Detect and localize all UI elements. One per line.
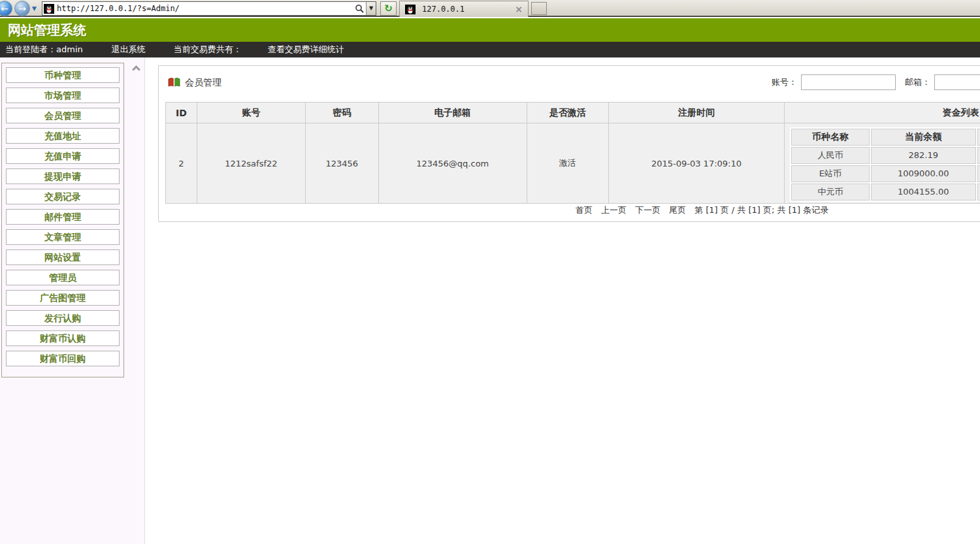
site-header: 网站管理系统 [0, 18, 980, 42]
sidebar-item-administrators[interactable]: 管理员 [6, 270, 120, 285]
history-dropdown-icon[interactable]: ▼ [32, 5, 37, 12]
site-favicon [44, 4, 54, 14]
col-header-funds: 资金列表 [785, 103, 980, 123]
cell-password: 123456 [305, 123, 378, 204]
cell-active: 激活 [527, 123, 608, 204]
funds-extra [977, 165, 980, 182]
tab-close-icon[interactable]: × [515, 4, 523, 14]
funds-extra [977, 147, 980, 164]
funds-currency: E站币 [791, 165, 869, 182]
funds-col-extra [977, 129, 980, 146]
tab-favicon [405, 5, 416, 14]
funds-currency: 人民币 [791, 147, 869, 164]
page-body: 币种管理 市场管理 会员管理 充值地址 充值申请 提现申请 交易记录 邮件管理 … [0, 57, 980, 544]
pagination-next[interactable]: 下一页 [635, 204, 661, 216]
url-dropdown-button[interactable]: ▼ [366, 2, 376, 15]
cell-id: 2 [166, 123, 197, 204]
logout-link[interactable]: 退出系统 [112, 44, 146, 56]
funds-row: 人民币 282.19 [791, 147, 980, 164]
pagination-last[interactable]: 尾页 [669, 204, 686, 216]
funds-row: 中元币 1004155.00 [791, 184, 980, 200]
panel-title-row: 会员管理 账号： 邮箱： [159, 66, 980, 100]
col-header-active: 是否激活 [527, 103, 608, 123]
member-row: 2 1212safsf22 123456 123456@qq.com 激活 20… [166, 123, 980, 204]
pagination-summary: 第 [1] 页 / 共 [1] 页; 共 [1] 条记录 [694, 204, 828, 216]
address-bar[interactable]: ▼ [42, 1, 376, 16]
page-title: 网站管理系统 [0, 18, 980, 42]
tab-title: 127.0.0.1 [422, 5, 515, 14]
browser-chrome: ← → ▼ ▼ ↻ [0, 0, 980, 17]
cell-email: 123456@qq.com [378, 123, 527, 204]
browser-window: ← → ▼ ▼ ↻ [0, 0, 980, 544]
col-header-regtime: 注册时间 [608, 103, 785, 123]
book-icon [168, 77, 180, 88]
sidebar-item-market-mgmt[interactable]: 市场管理 [6, 88, 120, 103]
sidebar-item-banner-mgmt[interactable]: 广告图管理 [6, 290, 120, 306]
members-table: ID 账号 密码 电子邮箱 是否激活 注册时间 资金列表 2 1212safsf… [165, 102, 980, 204]
sidebar-item-site-settings[interactable]: 网站设置 [6, 249, 120, 265]
funds-balance: 1004155.00 [871, 184, 976, 200]
sidebar-item-mail-mgmt[interactable]: 邮件管理 [6, 209, 120, 225]
fee-total-label: 当前交易费共有： [174, 44, 242, 56]
forward-button[interactable]: → [14, 1, 30, 16]
url-input[interactable] [57, 4, 354, 13]
browser-tab[interactable]: 127.0.0.1 × [399, 1, 529, 17]
account-filter-label: 账号： [772, 76, 797, 88]
filter-bar: 账号： 邮箱： [772, 74, 980, 90]
cell-account: 1212safsf22 [197, 123, 305, 204]
forward-arrow-icon: → [18, 3, 26, 14]
account-filter-input[interactable] [801, 74, 896, 90]
sidebar-item-member-mgmt[interactable]: 会员管理 [6, 108, 120, 123]
col-header-email: 电子邮箱 [378, 103, 527, 123]
cell-funds: 币种名称 当前余额 人民币 282.19 E [785, 123, 980, 204]
funds-balance: 1009000.00 [871, 165, 976, 182]
pagination: 首页 上一页 下一页 尾页 第 [1] 页 / 共 [1] 页; 共 [1] 条… [576, 204, 828, 216]
funds-header-row: 币种名称 当前余额 [791, 129, 980, 146]
fee-detail-link[interactable]: 查看交易费详细统计 [268, 44, 344, 56]
col-header-password: 密码 [305, 103, 378, 123]
sidebar-item-wealth-coin-subscribe[interactable]: 财富币认购 [6, 330, 120, 346]
sidebar-item-issue-subscribe[interactable]: 发行认购 [6, 310, 120, 326]
admin-toolbar: 当前登陆者：admin 退出系统 当前交易费共有： 查看交易费详细统计 [0, 42, 980, 57]
sidebar-item-withdraw-request[interactable]: 提现申请 [6, 168, 120, 184]
funds-extra [977, 184, 980, 200]
sidebar-menu: 币种管理 市场管理 会员管理 充值地址 充值申请 提现申请 交易记录 邮件管理 … [1, 63, 124, 377]
sidebar-item-wealth-coin-buyback[interactable]: 财富币回购 [6, 351, 120, 366]
member-management-panel: 会员管理 账号： 邮箱： ID 账号 密码 [158, 65, 980, 222]
search-icon[interactable] [354, 3, 365, 14]
funds-col-balance: 当前余额 [871, 129, 976, 146]
sidebar-item-currency-mgmt[interactable]: 币种管理 [6, 67, 120, 83]
sidebar-item-trade-records[interactable]: 交易记录 [6, 189, 120, 204]
members-table-header-row: ID 账号 密码 电子邮箱 是否激活 注册时间 资金列表 [166, 103, 980, 123]
cell-regtime: 2015-09-03 17:09:10 [608, 123, 785, 204]
col-header-account: 账号 [197, 103, 305, 123]
email-filter-input[interactable] [934, 74, 980, 90]
back-button[interactable]: ← [0, 1, 12, 16]
sidebar-item-deposit-address[interactable]: 充值地址 [6, 128, 120, 144]
panel-title: 会员管理 [185, 77, 221, 89]
funds-balance: 282.19 [871, 147, 976, 164]
funds-table: 币种名称 当前余额 人民币 282.19 E [790, 127, 980, 202]
refresh-button[interactable]: ↻ [380, 1, 397, 16]
sidebar-item-article-mgmt[interactable]: 文章管理 [6, 229, 120, 245]
sidebar-scroll-strip [125, 57, 145, 544]
scroll-up-icon[interactable] [132, 65, 140, 74]
funds-row: E站币 1009000.00 [791, 165, 980, 182]
col-header-id: ID [166, 103, 197, 123]
back-arrow-icon: ← [1, 3, 8, 14]
funds-col-currency: 币种名称 [791, 129, 869, 146]
current-user-label: 当前登陆者：admin [5, 44, 83, 56]
funds-currency: 中元币 [791, 184, 869, 200]
new-tab-button[interactable] [531, 2, 547, 15]
pagination-prev[interactable]: 上一页 [601, 204, 627, 216]
sidebar-item-deposit-request[interactable]: 充值申请 [6, 148, 120, 164]
email-filter-label: 邮箱： [905, 76, 930, 88]
pagination-first[interactable]: 首页 [576, 204, 593, 216]
